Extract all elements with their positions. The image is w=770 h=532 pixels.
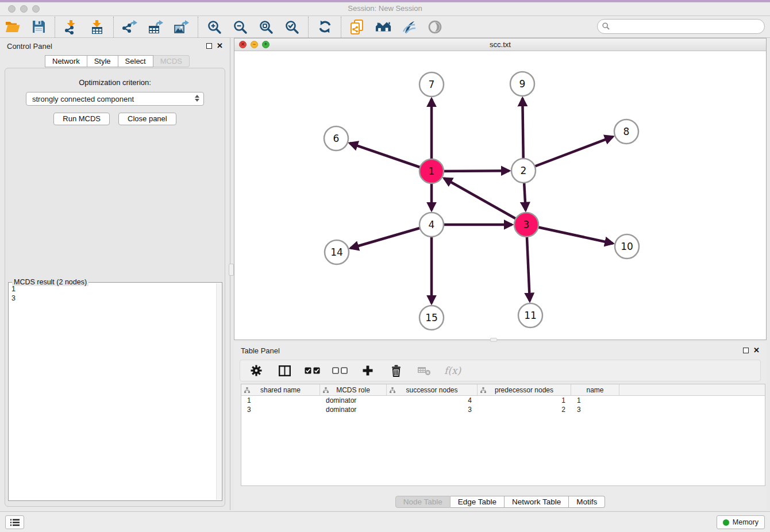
function-builder-icon: f(x) (444, 365, 461, 376)
control-panel-title: Control Panel (7, 42, 52, 51)
table-panel: Table Panel ✕ f(x) share (234, 342, 767, 510)
table-panel-header: Table Panel ✕ (234, 342, 767, 358)
run-mcds-button[interactable]: Run MCDS (53, 113, 110, 125)
table-tab-edge-table[interactable]: Edge Table (451, 496, 505, 508)
tab-select[interactable]: Select (118, 55, 153, 67)
refresh-layout-icon[interactable] (317, 19, 333, 35)
control-panel: Control Panel ✕ NetworkStyleSelectMCDS O… (0, 38, 230, 510)
cell-predecessor-nodes: 2 (478, 405, 571, 414)
select-spinner-icon (195, 95, 199, 102)
zoom-out-icon[interactable] (232, 19, 248, 35)
table-row[interactable]: 3dominator323 (241, 405, 765, 414)
import-table-icon[interactable] (89, 19, 105, 35)
tab-network[interactable]: Network (45, 55, 87, 67)
svg-text:1: 1 (429, 165, 435, 177)
graph-edge-2-8[interactable] (523, 137, 613, 171)
network-close-button[interactable]: ✕ (239, 41, 247, 48)
column-header-predecessor-nodes[interactable]: predecessor nodes (478, 384, 571, 395)
optimization-criterion-select[interactable]: strongly connected component (26, 92, 204, 106)
table-tab-network-table[interactable]: Network Table (505, 496, 569, 508)
horizontal-splitter-handle[interactable] (490, 338, 497, 342)
home-overview-icon[interactable] (375, 19, 391, 35)
optimization-criterion-value: strongly connected component (32, 95, 134, 103)
svg-text:2: 2 (521, 165, 527, 176)
graph-node-11[interactable]: 11 (518, 303, 542, 327)
graph-node-6[interactable]: 6 (324, 126, 348, 151)
cell-mcds-role: dominator (320, 405, 387, 414)
memory-button[interactable]: Memory (717, 515, 765, 529)
optimization-criterion-label: Optimization criterion: (5, 78, 225, 87)
control-panel-close-icon[interactable]: ✕ (217, 43, 223, 49)
column-header-successor-nodes[interactable]: successor nodes (387, 384, 478, 395)
graph-node-1[interactable]: 1 (419, 159, 444, 183)
tab-mcds[interactable]: MCDS (153, 55, 190, 67)
mcds-result-group: MCDS result (2 nodes) 1 3 (8, 282, 222, 501)
graph-edge-3-10[interactable] (526, 225, 613, 244)
column-header-name[interactable]: name (571, 384, 619, 395)
svg-text:9: 9 (519, 78, 526, 90)
graph-node-7[interactable]: 7 (419, 72, 444, 97)
graph-node-10[interactable]: 10 (615, 234, 639, 259)
zoom-selected-icon[interactable] (284, 19, 300, 35)
export-network-icon[interactable] (122, 19, 138, 35)
import-network-icon[interactable] (63, 19, 79, 35)
export-image-icon[interactable] (174, 19, 190, 35)
close-panel-button[interactable]: Close panel (118, 113, 176, 125)
table-panel-float-icon[interactable] (743, 348, 749, 353)
network-canvas[interactable]: 7968124314101511 (234, 51, 766, 340)
zoom-fit-icon[interactable] (258, 19, 274, 35)
open-session-icon[interactable] (5, 19, 21, 35)
graph-node-14[interactable]: 14 (325, 240, 349, 264)
zoom-in-icon[interactable] (206, 19, 222, 35)
tab-style[interactable]: Style (87, 55, 118, 67)
mcds-tab-content: Optimization criterion: strongly connect… (5, 68, 225, 507)
table-settings-gear-icon[interactable] (248, 363, 264, 379)
export-tool-group (114, 16, 198, 38)
table-panel-close-icon[interactable]: ✕ (753, 348, 760, 353)
column-header-shared-name[interactable]: shared name (241, 384, 320, 395)
table-tab-motifs[interactable]: Motifs (569, 496, 605, 508)
graph-node-4[interactable]: 4 (419, 213, 444, 237)
delete-column-trash-icon[interactable] (388, 363, 404, 379)
graph-edge-1-6[interactable] (350, 143, 432, 171)
network-window-title: scc.txt (490, 40, 511, 49)
save-session-icon[interactable] (30, 19, 47, 35)
create-column-plus-icon[interactable] (360, 363, 376, 379)
session-tool-group (0, 16, 55, 38)
select-all-columns-icon[interactable] (305, 367, 320, 374)
vertical-splitter-handle[interactable] (229, 264, 234, 276)
eye-hide-icon[interactable] (427, 19, 443, 35)
svg-text:14: 14 (330, 246, 343, 258)
cell-name: 1 (571, 396, 619, 405)
graph-node-9[interactable]: 9 (510, 72, 534, 96)
mcds-result-scrollbar[interactable] (216, 283, 221, 500)
node-table-header-row: shared nameMCDS rolesuccessor nodesprede… (241, 384, 765, 396)
mcds-result-list[interactable]: 1 3 (9, 283, 215, 500)
control-panel-header: Control Panel ✕ (0, 38, 230, 54)
network-minimize-button[interactable]: − (251, 41, 258, 48)
table-tab-node-table[interactable]: Node Table (395, 496, 451, 508)
graph-edge-3-1[interactable] (444, 178, 526, 225)
graph-node-3[interactable]: 3 (514, 213, 538, 237)
graph-node-15[interactable]: 15 (419, 306, 444, 330)
network-window-titlebar[interactable]: ✕ − + scc.txt (234, 38, 766, 51)
column-header-mcds-role[interactable]: MCDS role (320, 384, 387, 395)
network-view-window: ✕ − + scc.txt 7968124314101511 (234, 38, 767, 340)
unselect-all-columns-icon[interactable] (332, 367, 348, 374)
clone-network-icon[interactable] (349, 19, 365, 35)
show-column-panel-icon[interactable] (276, 363, 292, 379)
memory-label: Memory (733, 518, 759, 526)
graph-node-2[interactable]: 2 (511, 159, 536, 183)
search-icon (602, 22, 610, 30)
cell-shared-name: 3 (241, 405, 320, 414)
export-table-icon[interactable] (148, 19, 164, 35)
search-input[interactable] (597, 19, 765, 34)
task-history-button[interactable] (5, 515, 24, 529)
table-panel-title: Table Panel (241, 346, 280, 355)
graph-node-8[interactable]: 8 (614, 119, 638, 144)
network-maximize-button[interactable]: + (262, 41, 270, 48)
table-row[interactable]: 1dominator411 (241, 396, 765, 405)
search-box (597, 19, 765, 34)
apply-style-icon[interactable] (401, 19, 417, 35)
control-panel-float-icon[interactable] (206, 43, 212, 49)
